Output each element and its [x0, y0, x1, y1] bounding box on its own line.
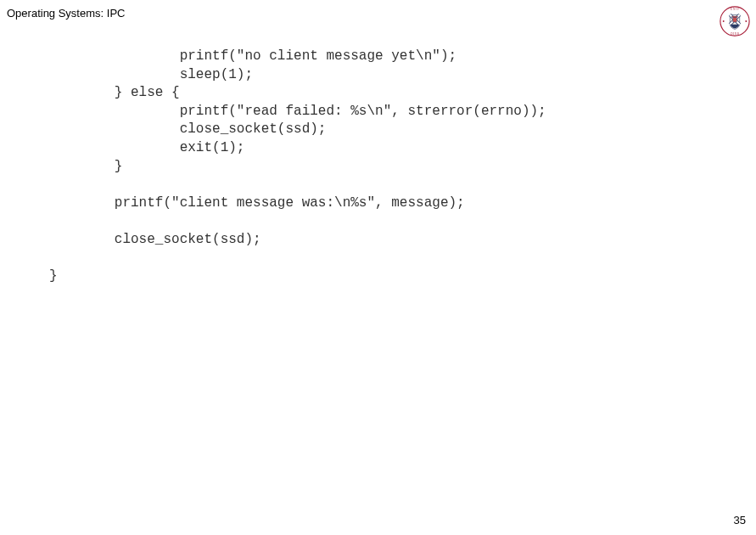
- svg-text:D I N B: D I N B: [731, 32, 739, 36]
- code-line: sleep(1);: [49, 67, 253, 82]
- svg-point-4: [745, 20, 747, 22]
- svg-text:U N I V: U N I V: [731, 8, 740, 11]
- svg-rect-5: [733, 17, 736, 22]
- svg-rect-6: [732, 16, 738, 17]
- code-line: }: [49, 268, 58, 284]
- page-number: 35: [734, 514, 746, 527]
- code-line: } else {: [49, 85, 180, 100]
- code-line: close_socket(ssd);: [49, 232, 261, 247]
- code-line: printf("client message was:\n%s", messag…: [49, 195, 465, 211]
- code-line: close_socket(ssd);: [49, 121, 326, 137]
- page-number-value: 35: [734, 514, 746, 527]
- code-line: printf("no client message yet\n");: [49, 48, 456, 64]
- code-line: exit(1);: [49, 140, 244, 155]
- university-crest-icon: U N I V D I N B: [719, 5, 751, 37]
- slide-title: Operating Systems: IPC: [7, 7, 125, 20]
- slide-header: Operating Systems: IPC: [7, 7, 125, 20]
- code-line: }: [49, 159, 122, 174]
- code-block: printf("no client message yet\n"); sleep…: [49, 48, 546, 286]
- code-line: printf("read failed: %s\n", strerror(err…: [49, 104, 546, 119]
- svg-point-3: [723, 20, 725, 22]
